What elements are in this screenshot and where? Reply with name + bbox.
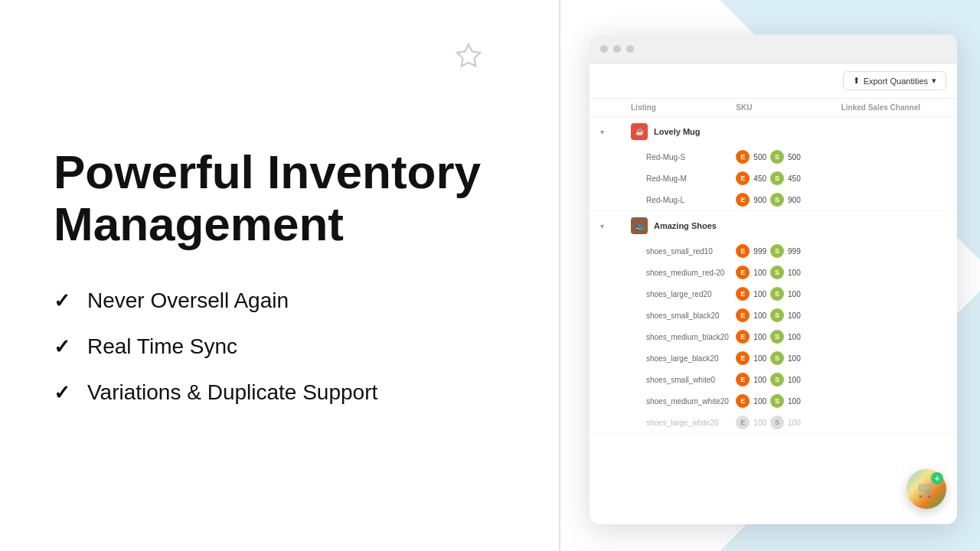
qty-etsy-p2-v5: 100 [753,333,766,341]
checkmark-icon-3: ✓ [54,381,70,405]
feature-text-1: Never Oversell Again [87,289,289,313]
qty-shopify-p2-v5: 100 [788,333,801,341]
col-header-linked: Linked Sales Channel [841,103,946,112]
product-thumbnail-p2: 👟 [631,217,648,234]
variant-row-p2-v5: shoes_medium_black20 E 100 S 100 [590,326,957,347]
product-row-1: ▾ ☕ Lovely Mug Red-Mug-S E 500 [590,117,957,211]
etsy-badge-p1-v3: E [736,193,750,207]
qty-etsy-p1-v1: 500 [753,153,766,161]
shopify-badge-p2-v8: S [770,394,784,408]
table-toolbar: ⬆ Export Quantities ▾ [590,64,957,99]
feature-item-3: ✓ Variations & Duplicate Support [54,380,505,405]
svg-marker-0 [457,44,480,67]
col-header-listing: Listing [631,103,736,112]
variant-row-p2-v2: shoes_medium_red-20 E 100 S 100 [590,262,957,283]
feature-item-1: ✓ Never Oversell Again [54,289,505,313]
qty-shopify-p1-v3: 900 [788,196,801,204]
checkmark-icon-1: ✓ [54,289,70,313]
variant-row-p2-v9: shoes_large_white20 E 100 S 100 [590,412,957,433]
col-header-expand [600,103,631,112]
variant-row-p2-v8: shoes_medium_white20 E 100 S 100 [590,390,957,412]
linked-cell-p1-v3: E 900 S 900 [736,193,841,207]
qty-shopify-p2-v2: 100 [788,269,801,277]
cart-plus-icon: + [931,472,943,484]
etsy-badge-p2-v5: E [736,330,750,344]
browser-dot-2 [613,45,621,53]
etsy-badge-p1-v2: E [736,171,750,185]
inventory-table: Listing SKU Linked Sales Channel ▾ ☕ Lov… [590,99,957,434]
left-panel: Powerful Inventory Management ✓ Never Ov… [0,0,559,551]
etsy-badge-p2-v8: E [736,394,750,408]
export-button-label: Export Quantities [864,77,928,86]
linked-cell-p2-v2: E 100 S 100 [736,266,841,279]
hero-title: Powerful Inventory Management [54,146,505,250]
browser-titlebar [590,34,957,64]
qty-shopify-p2-v6: 100 [788,354,801,363]
browser-dot-3 [626,45,634,53]
qty-etsy-p2-v3: 100 [753,290,766,298]
shopify-badge-p2-v5: S [770,330,784,344]
etsy-badge-p1-v1: E [736,150,750,164]
shopify-badge-p2-v6: S [770,351,784,365]
qty-shopify-p2-v4: 100 [788,311,801,320]
qty-shopify-p2-v9: 100 [788,419,801,427]
product-name-p2: Amazing Shoes [654,221,717,230]
expand-icon-p1[interactable]: ▾ [600,128,631,136]
qty-etsy-p2-v4: 100 [753,311,766,320]
qty-shopify-p2-v7: 100 [788,376,801,384]
cart-fab-button[interactable]: 🛒 + [906,469,946,509]
qty-etsy-p2-v8: 100 [753,397,766,406]
qty-shopify-p2-v3: 100 [788,290,801,298]
product-info-p1: ☕ Lovely Mug [631,123,946,140]
browser-dot-1 [600,45,608,53]
expand-icon-p2[interactable]: ▾ [600,222,631,230]
export-icon: ⬆ [853,76,860,86]
qty-etsy-p1-v2: 450 [753,174,766,183]
sku-p2-v3: shoes_large_red20 [631,290,736,298]
sku-p1-v2: Red-Mug-M [631,174,736,183]
linked-cell-p2-v7: E 100 S 100 [736,373,841,386]
linked-cell-p2-v8: E 100 S 100 [736,394,841,408]
features-list: ✓ Never Oversell Again ✓ Real Time Sync … [54,289,505,405]
qty-etsy-p2-v9: 100 [753,419,766,427]
feature-item-2: ✓ Real Time Sync [54,334,505,359]
shopify-badge-p2-v4: S [770,308,784,322]
sku-p1-v3: Red-Mug-L [631,196,736,204]
qty-etsy-p2-v1: 999 [753,247,766,256]
shopify-badge-p2-v9: S [770,416,784,429]
shopify-badge-p2-v2: S [770,266,784,279]
export-quantities-button[interactable]: ⬆ Export Quantities ▾ [843,71,946,90]
col-header-sku: SKU [736,103,841,112]
feature-text-2: Real Time Sync [87,334,237,359]
linked-cell-etsy-p1-v1: E 500 S 500 [736,150,841,164]
browser-content: ⬆ Export Quantities ▾ Listing SKU Linked… [590,64,957,524]
star-icon [455,42,482,73]
etsy-badge-p2-v7: E [736,373,750,386]
shopify-badge-p2-v7: S [770,373,784,386]
product-info-p2: 👟 Amazing Shoes [631,217,946,234]
product-name-p1: Lovely Mug [654,127,701,136]
etsy-badge-p2-v1: E [736,244,750,258]
variant-row-p2-v4: shoes_small_black20 E 100 S 100 [590,305,957,326]
qty-shopify-p2-v1: 999 [788,247,801,256]
qty-etsy-p2-v7: 100 [753,376,766,384]
sku-p2-v6: shoes_large_black20 [631,354,736,363]
linked-cell-p2-v3: E 100 S 100 [736,287,841,301]
checkmark-icon-2: ✓ [54,335,70,359]
linked-cell-p2-v1: E 999 S 999 [736,244,841,258]
qty-etsy-p2-v2: 100 [753,269,766,277]
etsy-badge-p2-v2: E [736,266,750,279]
shopify-badge-p2-v1: S [770,244,784,258]
export-dropdown-arrow: ▾ [932,76,936,86]
product-row-2: ▾ 👟 Amazing Shoes shoes_small_red10 E 99… [590,211,957,434]
linked-cell-p1-v2: E 450 S 450 [736,171,841,185]
variant-row-p2-v7: shoes_small_white0 E 100 S 100 [590,369,957,390]
linked-cell-p2-v9: E 100 S 100 [736,416,841,429]
table-header: Listing SKU Linked Sales Channel [590,99,957,117]
sku-p1-v1: Red-Mug-S [631,153,736,161]
linked-cell-p2-v6: E 100 S 100 [736,351,841,365]
qty-shopify-p2-v8: 100 [788,397,801,406]
variant-row-p1-v1: Red-Mug-S E 500 S 500 [590,146,957,168]
sku-p2-v2: shoes_medium_red-20 [631,269,736,277]
shopify-badge-p1-v3: S [770,193,784,207]
